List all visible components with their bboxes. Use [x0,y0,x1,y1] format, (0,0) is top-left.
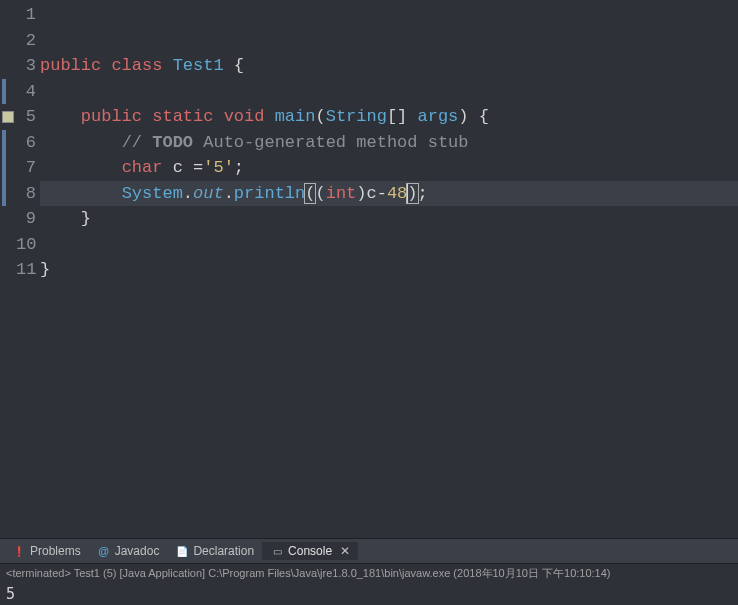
views-tab-bar: Problems Javadoc Declaration Console ✕ [0,539,738,563]
tab-javadoc[interactable]: Javadoc [89,542,168,560]
console-status-line: <terminated> Test1 (5) [Java Application… [0,563,738,583]
code-line[interactable] [40,283,738,309]
change-marker [0,79,16,105]
code-line[interactable] [40,79,738,105]
tab-problems[interactable]: Problems [4,542,89,560]
close-icon[interactable]: ✕ [340,544,350,558]
line-marker [0,28,16,54]
gutter: 1 2 3 4 5 6 7 8 9 10 11 [0,0,38,538]
code-editor[interactable]: 1 2 3 4 5 6 7 8 9 10 11 public class Tes… [0,0,738,538]
change-marker [0,181,16,207]
code-line[interactable]: public static void main(String[] args) { [40,104,738,130]
change-marker [0,130,16,156]
tab-label: Declaration [193,544,254,558]
tab-console[interactable]: Console ✕ [262,542,358,560]
code-line[interactable] [40,232,738,258]
todo-marker-icon[interactable] [0,104,16,130]
code-line[interactable]: } [40,257,738,283]
line-number: 1 [16,5,38,24]
code-line[interactable] [40,28,738,54]
line-number: 9 [16,209,38,228]
problems-icon [12,544,26,558]
console-output[interactable]: 5 [0,583,738,605]
line-marker [0,257,16,283]
console-icon [270,544,284,558]
line-number: 10 [16,235,38,254]
change-marker [0,155,16,181]
line-number: 7 [16,158,38,177]
declaration-icon [175,544,189,558]
code-line[interactable]: } [40,206,738,232]
tab-label: Javadoc [115,544,160,558]
javadoc-icon [97,544,111,558]
tab-label: Console [288,544,332,558]
line-number: 3 [16,56,38,75]
code-line[interactable]: public class Test1 { [40,53,738,79]
bottom-panel: Problems Javadoc Declaration Console ✕ <… [0,538,738,605]
code-line[interactable]: char c ='5'; [40,155,738,181]
code-line-current[interactable]: System.out.println((int)c-48); [40,181,738,207]
line-number: 5 [16,107,38,126]
line-number: 6 [16,133,38,152]
tab-declaration[interactable]: Declaration [167,542,262,560]
line-marker [0,206,16,232]
code-line[interactable]: // TODO Auto-generated method stub [40,130,738,156]
line-marker [0,232,16,258]
line-number: 11 [16,260,38,279]
line-number: 4 [16,82,38,101]
tab-label: Problems [30,544,81,558]
code-content[interactable]: public class Test1 { public static void … [38,0,738,538]
line-marker [0,53,16,79]
line-number: 8 [16,184,38,203]
line-marker [0,2,16,28]
line-number: 2 [16,31,38,50]
